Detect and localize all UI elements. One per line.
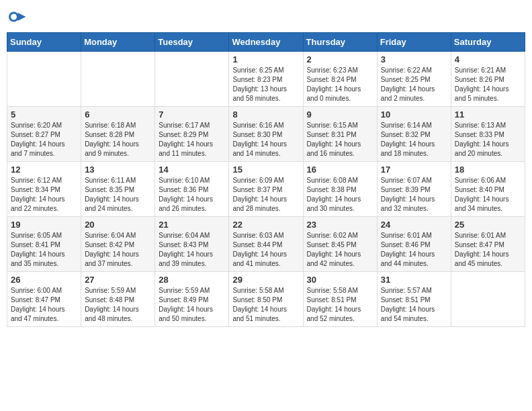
day-number: 20: [85, 220, 151, 230]
day-info: Sunrise: 5:57 AM Sunset: 8:51 PM Dayligh…: [381, 286, 447, 324]
day-cell-2: 2Sunrise: 6:23 AM Sunset: 8:24 PM Daylig…: [303, 52, 377, 107]
day-number: 16: [307, 165, 373, 175]
weekday-header-thursday: Thursday: [303, 33, 377, 52]
day-cell-21: 21Sunrise: 6:04 AM Sunset: 8:43 PM Dayli…: [155, 217, 229, 272]
day-info: Sunrise: 6:13 AM Sunset: 8:33 PM Dayligh…: [455, 121, 521, 158]
day-info: Sunrise: 6:14 AM Sunset: 8:32 PM Dayligh…: [381, 121, 447, 158]
day-number: 23: [307, 220, 373, 230]
day-info: Sunrise: 6:05 AM Sunset: 8:41 PM Dayligh…: [11, 231, 77, 269]
day-cell-10: 10Sunrise: 6:14 AM Sunset: 8:32 PM Dayli…: [377, 107, 451, 162]
day-info: Sunrise: 6:16 AM Sunset: 8:30 PM Dayligh…: [232, 121, 299, 158]
day-number: 28: [159, 275, 225, 285]
weekday-header-row: SundayMondayTuesdayWednesdayThursdayFrid…: [7, 33, 525, 52]
day-cell-20: 20Sunrise: 6:04 AM Sunset: 8:42 PM Dayli…: [81, 217, 155, 272]
day-info: Sunrise: 6:11 AM Sunset: 8:35 PM Dayligh…: [85, 176, 151, 214]
weekday-header-sunday: Sunday: [7, 33, 81, 52]
day-cell-8: 8Sunrise: 6:16 AM Sunset: 8:30 PM Daylig…: [229, 107, 303, 162]
day-number: 29: [232, 275, 299, 285]
day-cell-13: 13Sunrise: 6:11 AM Sunset: 8:35 PM Dayli…: [81, 162, 155, 217]
empty-cell: [451, 272, 525, 327]
day-cell-6: 6Sunrise: 6:18 AM Sunset: 8:28 PM Daylig…: [81, 107, 155, 162]
day-number: 4: [455, 54, 521, 64]
day-info: Sunrise: 6:20 AM Sunset: 8:27 PM Dayligh…: [11, 121, 77, 158]
day-info: Sunrise: 6:08 AM Sunset: 8:38 PM Dayligh…: [307, 176, 373, 214]
day-number: 15: [232, 165, 299, 175]
day-number: 12: [11, 165, 77, 175]
day-cell-16: 16Sunrise: 6:08 AM Sunset: 8:38 PM Dayli…: [303, 162, 377, 217]
day-number: 18: [455, 165, 521, 175]
day-number: 30: [307, 275, 373, 285]
day-number: 24: [381, 220, 447, 230]
calendar-table: SundayMondayTuesdayWednesdayThursdayFrid…: [7, 32, 525, 327]
day-number: 11: [455, 109, 521, 120]
day-cell-4: 4Sunrise: 6:21 AM Sunset: 8:26 PM Daylig…: [451, 52, 525, 107]
day-number: 7: [159, 109, 225, 120]
day-info: Sunrise: 6:10 AM Sunset: 8:36 PM Dayligh…: [159, 176, 225, 214]
day-info: Sunrise: 5:59 AM Sunset: 8:48 PM Dayligh…: [85, 286, 151, 324]
day-number: 2: [307, 54, 373, 64]
day-number: 10: [381, 109, 447, 120]
day-cell-29: 29Sunrise: 5:58 AM Sunset: 8:50 PM Dayli…: [229, 272, 303, 327]
day-number: 31: [381, 275, 447, 285]
day-cell-28: 28Sunrise: 5:59 AM Sunset: 8:49 PM Dayli…: [155, 272, 229, 327]
day-info: Sunrise: 6:22 AM Sunset: 8:25 PM Dayligh…: [381, 66, 447, 103]
day-number: 8: [232, 109, 299, 120]
empty-cell: [7, 52, 81, 107]
day-number: 21: [159, 220, 225, 230]
day-cell-23: 23Sunrise: 6:02 AM Sunset: 8:45 PM Dayli…: [303, 217, 377, 272]
day-info: Sunrise: 6:21 AM Sunset: 8:26 PM Dayligh…: [455, 66, 521, 103]
week-row-3: 12Sunrise: 6:12 AM Sunset: 8:34 PM Dayli…: [7, 162, 525, 217]
day-cell-31: 31Sunrise: 5:57 AM Sunset: 8:51 PM Dayli…: [377, 272, 451, 327]
day-cell-19: 19Sunrise: 6:05 AM Sunset: 8:41 PM Dayli…: [7, 217, 81, 272]
day-info: Sunrise: 6:06 AM Sunset: 8:40 PM Dayligh…: [455, 176, 521, 214]
day-info: Sunrise: 6:15 AM Sunset: 8:31 PM Dayligh…: [307, 121, 373, 158]
day-cell-5: 5Sunrise: 6:20 AM Sunset: 8:27 PM Daylig…: [7, 107, 81, 162]
day-number: 9: [307, 109, 373, 120]
day-number: 6: [85, 109, 151, 120]
day-cell-30: 30Sunrise: 5:58 AM Sunset: 8:51 PM Dayli…: [303, 272, 377, 327]
day-cell-24: 24Sunrise: 6:01 AM Sunset: 8:46 PM Dayli…: [377, 217, 451, 272]
day-info: Sunrise: 6:25 AM Sunset: 8:23 PM Dayligh…: [232, 66, 299, 103]
day-info: Sunrise: 6:09 AM Sunset: 8:37 PM Dayligh…: [232, 176, 299, 214]
day-info: Sunrise: 6:12 AM Sunset: 8:34 PM Dayligh…: [11, 176, 77, 214]
logo: [7, 7, 30, 27]
svg-marker-2: [18, 13, 26, 21]
day-cell-25: 25Sunrise: 6:01 AM Sunset: 8:47 PM Dayli…: [451, 217, 525, 272]
weekday-header-friday: Friday: [377, 33, 451, 52]
day-cell-18: 18Sunrise: 6:06 AM Sunset: 8:40 PM Dayli…: [451, 162, 525, 217]
day-info: Sunrise: 6:18 AM Sunset: 8:28 PM Dayligh…: [85, 121, 151, 158]
day-info: Sunrise: 6:00 AM Sunset: 8:47 PM Dayligh…: [11, 286, 77, 324]
day-cell-26: 26Sunrise: 6:00 AM Sunset: 8:47 PM Dayli…: [7, 272, 81, 327]
day-info: Sunrise: 5:59 AM Sunset: 8:49 PM Dayligh…: [159, 286, 225, 324]
day-number: 13: [85, 165, 151, 175]
day-cell-27: 27Sunrise: 5:59 AM Sunset: 8:48 PM Dayli…: [81, 272, 155, 327]
day-number: 22: [232, 220, 299, 230]
week-row-4: 19Sunrise: 6:05 AM Sunset: 8:41 PM Dayli…: [7, 217, 525, 272]
empty-cell: [81, 52, 155, 107]
week-row-2: 5Sunrise: 6:20 AM Sunset: 8:27 PM Daylig…: [7, 107, 525, 162]
day-number: 25: [455, 220, 521, 230]
day-cell-17: 17Sunrise: 6:07 AM Sunset: 8:39 PM Dayli…: [377, 162, 451, 217]
day-number: 14: [159, 165, 225, 175]
day-info: Sunrise: 6:17 AM Sunset: 8:29 PM Dayligh…: [159, 121, 225, 158]
day-cell-7: 7Sunrise: 6:17 AM Sunset: 8:29 PM Daylig…: [155, 107, 229, 162]
day-number: 17: [381, 165, 447, 175]
day-info: Sunrise: 6:03 AM Sunset: 8:44 PM Dayligh…: [232, 231, 299, 269]
week-row-1: 1Sunrise: 6:25 AM Sunset: 8:23 PM Daylig…: [7, 52, 525, 107]
day-info: Sunrise: 6:02 AM Sunset: 8:45 PM Dayligh…: [307, 231, 373, 269]
weekday-header-saturday: Saturday: [451, 33, 525, 52]
day-number: 26: [11, 275, 77, 285]
weekday-header-tuesday: Tuesday: [155, 33, 229, 52]
day-info: Sunrise: 5:58 AM Sunset: 8:50 PM Dayligh…: [232, 286, 299, 324]
day-info: Sunrise: 6:23 AM Sunset: 8:24 PM Dayligh…: [307, 66, 373, 103]
weekday-header-wednesday: Wednesday: [229, 33, 303, 52]
day-number: 1: [232, 54, 299, 64]
day-cell-22: 22Sunrise: 6:03 AM Sunset: 8:44 PM Dayli…: [229, 217, 303, 272]
week-row-5: 26Sunrise: 6:00 AM Sunset: 8:47 PM Dayli…: [7, 272, 525, 327]
day-info: Sunrise: 6:01 AM Sunset: 8:47 PM Dayligh…: [455, 231, 521, 269]
day-info: Sunrise: 6:04 AM Sunset: 8:42 PM Dayligh…: [85, 231, 151, 269]
weekday-header-monday: Monday: [81, 33, 155, 52]
day-cell-9: 9Sunrise: 6:15 AM Sunset: 8:31 PM Daylig…: [303, 107, 377, 162]
day-info: Sunrise: 6:01 AM Sunset: 8:46 PM Dayligh…: [381, 231, 447, 269]
day-cell-11: 11Sunrise: 6:13 AM Sunset: 8:33 PM Dayli…: [451, 107, 525, 162]
